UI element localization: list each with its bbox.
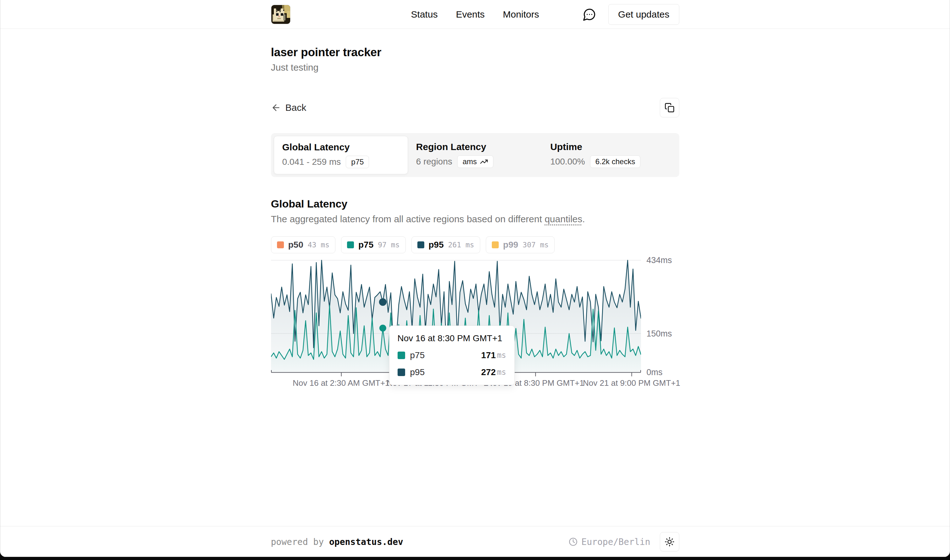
site-logo[interactable] [271,5,291,24]
legend-item-p50[interactable]: p5043 ms [271,236,336,253]
legend-value: 307 ms [523,241,549,249]
tooltip-unit: ms [497,351,506,360]
legend-swatch [277,242,284,248]
nav-link-events[interactable]: Events [456,9,485,20]
legend-label: p99 [503,240,518,250]
openstatus-link[interactable]: openstatus.dev [329,537,403,547]
page-footer: powered by openstatus.dev Europe/Berlin [0,526,950,557]
section-description: The aggregated latency from all active r… [271,214,679,225]
pixel-cat-avatar [271,5,290,24]
tab-title: Uptime [550,142,668,152]
x-tick-label: Nov 21 at 9:00 PM GMT+1 [583,378,680,388]
legend-swatch [492,242,499,248]
tab-title: Region Latency [416,142,534,152]
copy-icon [665,103,674,113]
legend-swatch [347,242,354,248]
legend-label: p50 [288,240,303,250]
tab-uptime[interactable]: Uptime 100.00% 6.2k checks [542,136,676,174]
get-updates-button[interactable]: Get updates [608,4,679,25]
tooltip-timestamp: Nov 16 at 8:30 PM GMT+1 [397,333,506,343]
y-tick-label: 434ms [647,255,672,265]
legend-item-p75[interactable]: p7597 ms [341,236,406,253]
theme-toggle-button[interactable] [660,532,679,552]
timezone-label: Europe/Berlin [581,537,650,547]
tooltip-row-p75: p75171ms [397,350,506,360]
legend-item-p99[interactable]: p99307 ms [486,236,554,253]
tab-title: Global Latency [282,142,399,152]
metric-tabs: Global Latency 0.041 - 259 ms p75 Region… [271,133,679,177]
feedback-chat-button[interactable] [582,8,596,22]
main-nav: StatusEventsMonitors [411,9,539,20]
legend-label: p95 [429,240,444,250]
page-title: laser pointer tracker [271,46,679,59]
clock-icon [569,537,577,546]
screenshot-stage: StatusEventsMonitors Get updates laser p… [0,0,950,560]
quantile-badge: p75 [346,156,369,168]
hover-dot-p95 [379,298,386,306]
tab-value: 6 regions [416,157,452,167]
chart-legend: p5043 msp7597 msp95261 msp99307 ms [271,236,679,253]
back-link[interactable]: Back [271,102,306,113]
region-badge: ams [457,155,493,168]
y-tick-label: 0ms [647,368,663,377]
back-label: Back [285,102,306,113]
tooltip-unit: ms [497,368,506,377]
legend-label: p75 [358,240,373,250]
tab-value: 100.00% [550,157,585,167]
tooltip-row-p95: p95272ms [397,367,506,377]
page-header: laser pointer tracker Just testing [271,46,679,73]
legend-item-p95[interactable]: p95261 ms [411,236,480,253]
checks-badge: 6.2k checks [590,155,641,168]
toolbar-row: Back [271,98,679,117]
tooltip-swatch [397,369,405,376]
quantiles-link[interactable]: quantiles [545,214,582,224]
section-title: Global Latency [271,198,679,210]
nav-link-status[interactable]: Status [411,9,438,20]
tab-region-latency[interactable]: Region Latency 6 regions ams [408,136,542,174]
tab-global-latency[interactable]: Global Latency 0.041 - 259 ms p75 [274,136,408,174]
message-bubble-dots-icon [582,8,596,22]
tooltip-series-label: p95 [410,367,481,377]
top-navbar: StatusEventsMonitors Get updates [0,0,950,29]
legend-value: 261 ms [448,241,474,249]
page-subtitle: Just testing [271,62,679,73]
copy-link-button[interactable] [660,98,679,117]
tooltip-value: 272 [481,367,496,377]
nav-link-monitors[interactable]: Monitors [503,9,539,20]
tab-value: 0.041 - 259 ms [282,157,341,167]
powered-by: powered by openstatus.dev [271,537,403,547]
chart-section-header: Global Latency The aggregated latency fr… [271,198,679,225]
tooltip-swatch [397,352,405,359]
latency-chart: 434ms150ms0ms Nov 16 at 2:30 AM GMT+1Nov… [271,257,679,395]
status-page: StatusEventsMonitors Get updates laser p… [0,0,950,557]
tooltip-series-label: p75 [410,350,481,360]
trending-up-icon [480,158,488,166]
sun-icon [665,537,674,547]
x-tick-label: Nov 16 at 2:30 AM GMT+1 [293,378,390,388]
legend-value: 97 ms [378,241,399,249]
legend-value: 43 ms [308,241,329,249]
tooltip-value: 171 [481,350,496,360]
chart-tooltip: Nov 16 at 8:30 PM GMT+1 p75171msp95272ms [389,326,515,385]
y-tick-label: 150ms [647,329,672,339]
hover-dot-p75 [379,325,386,331]
timezone-indicator: Europe/Berlin [569,537,650,547]
legend-swatch [417,242,424,248]
arrow-left-icon [271,103,281,113]
